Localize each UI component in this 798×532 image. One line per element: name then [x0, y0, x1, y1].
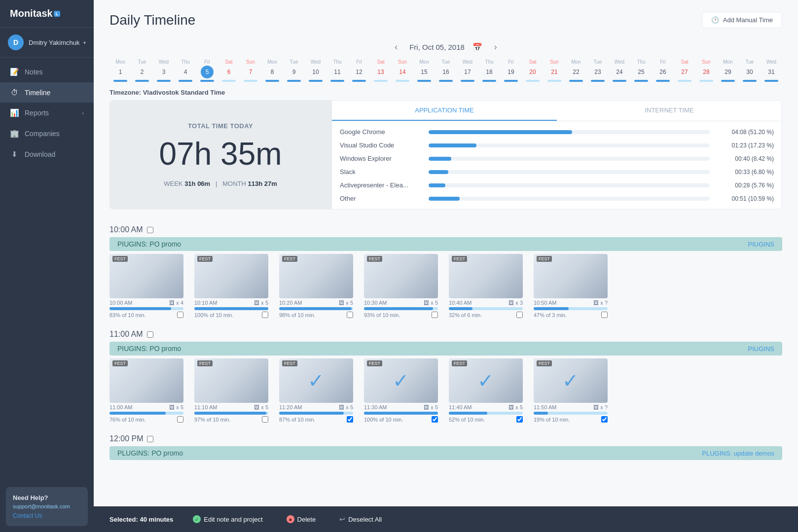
screenshot-thumb[interactable]: FEST ✓ — [534, 358, 608, 403]
timezone-row: Timezone: Vladivostok Standard Time — [94, 89, 798, 100]
cal-day-18[interactable]: Thu 18 — [478, 58, 500, 83]
cal-day-29[interactable]: Mon 29 — [717, 58, 739, 83]
cal-day-27[interactable]: Sat 27 — [674, 58, 695, 83]
cal-day-13[interactable]: Sat 13 — [370, 58, 392, 83]
screenshot-checkbox[interactable] — [177, 416, 183, 423]
cal-day-15[interactable]: Mon 15 — [413, 58, 435, 83]
add-manual-time-button[interactable]: 🕐 Add Manual Time — [702, 12, 782, 28]
cal-day-28[interactable]: Sun 28 — [695, 58, 717, 83]
fest-label: FEST — [112, 256, 128, 262]
screenshot-checkbox[interactable] — [601, 416, 608, 423]
app-tab-0[interactable]: APPLICATION TIME — [332, 101, 557, 121]
screenshot-checkbox[interactable] — [432, 312, 438, 318]
calendar-strip: Mon 1 Tue 2 Wed 3 Thu 4 Fri 5 Sat 6 Sun … — [94, 58, 798, 83]
cal-day-31[interactable]: Wed 31 — [761, 58, 782, 83]
edit-note-button[interactable]: ✓ Edit note and project — [189, 513, 266, 525]
cal-day-1[interactable]: Mon 1 — [109, 58, 131, 83]
cal-day-23[interactable]: Tue 23 — [587, 58, 609, 83]
app-bar-fill — [429, 170, 448, 174]
cal-day-25[interactable]: Thu 25 — [630, 58, 652, 83]
screenshot-checkbox[interactable] — [347, 312, 353, 318]
cal-day-19[interactable]: Fri 19 — [500, 58, 522, 83]
sidebar-item-reports[interactable]: 📊 Reports › — [0, 103, 94, 123]
app-time-pct: 00:28 (5.76 %) — [715, 182, 774, 189]
cal-day-3[interactable]: Wed 3 — [153, 58, 175, 83]
cal-day-8[interactable]: Mon 8 — [261, 58, 283, 83]
deselect-all-button[interactable]: ↩ Deselect All — [335, 513, 386, 525]
screenshot-bar-fill — [194, 307, 268, 310]
cal-day-26[interactable]: Fri 26 — [652, 58, 674, 83]
screenshot-thumb[interactable]: FEST ✓ — [364, 358, 438, 403]
next-date-button[interactable]: › — [490, 40, 501, 54]
screenshot-checkbox[interactable] — [177, 312, 183, 318]
cal-day-17[interactable]: Wed 17 — [457, 58, 478, 83]
screenshot-thumb[interactable]: FEST — [364, 254, 438, 298]
cal-day-24[interactable]: Wed 24 — [609, 58, 630, 83]
screenshot-meta: 10:10 AM 🖼 x 5 — [194, 300, 268, 306]
logo: Monitask L — [0, 0, 94, 28]
selected-label: Selected: 40 minutes — [109, 516, 173, 523]
sidebar-item-download[interactable]: ⬇ Download — [0, 144, 94, 165]
cal-day-22[interactable]: Mon 22 — [565, 58, 587, 83]
screenshot-thumb[interactable]: FEST — [534, 254, 608, 298]
screenshot-checkbox[interactable] — [516, 416, 523, 423]
screenshot-thumb[interactable]: FEST — [109, 254, 183, 298]
cal-day-20[interactable]: Sat 20 — [522, 58, 544, 83]
cal-day-16[interactable]: Tue 16 — [435, 58, 457, 83]
cal-day-30[interactable]: Tue 30 — [739, 58, 761, 83]
project-link[interactable]: PIUGINS — [748, 345, 774, 353]
cal-day-12[interactable]: Fri 12 — [348, 58, 370, 83]
cal-day-14[interactable]: Sun 14 — [392, 58, 413, 83]
screenshot-meta: 10:00 AM 🖼 x 4 — [109, 300, 183, 306]
sidebar-item-notes[interactable]: 📝 Notes — [0, 62, 94, 82]
sidebar-item-timeline[interactable]: ⏱ Timeline — [0, 82, 94, 103]
fest-label: FEST — [197, 360, 213, 366]
cal-day-6[interactable]: Sat 6 — [218, 58, 240, 83]
screenshot-pct: 87% of 10 min. — [279, 416, 353, 423]
app-tab-1[interactable]: INTERNET TIME — [557, 101, 782, 121]
delete-button[interactable]: ■ Delete — [283, 513, 320, 525]
sidebar: Monitask L D Dmitry Yakimchuk ▾ 📝 Notes … — [0, 0, 94, 532]
section-checkbox[interactable] — [147, 227, 153, 233]
screenshot-checkbox[interactable] — [432, 416, 438, 423]
screenshot-thumb[interactable]: FEST — [279, 254, 353, 298]
screenshot-thumb[interactable]: FEST ✓ — [279, 358, 353, 403]
page-title: Daily Timeline — [109, 12, 195, 28]
screenshot-meta: 11:00 AM 🖼 x 5 — [109, 404, 183, 410]
cal-day-2[interactable]: Tue 2 — [131, 58, 153, 83]
cal-day-4[interactable]: Thu 4 — [175, 58, 196, 83]
project-link[interactable]: PIUGINS — [748, 241, 774, 248]
cal-day-11[interactable]: Thu 11 — [326, 58, 348, 83]
section-checkbox[interactable] — [147, 436, 153, 442]
cal-day-21[interactable]: Sun 21 — [544, 58, 565, 83]
cal-day-10[interactable]: Wed 10 — [305, 58, 326, 83]
pct-label: 76% of 10 min. — [109, 417, 145, 423]
fest-label: FEST — [282, 256, 297, 262]
screenshot-checkbox[interactable] — [516, 312, 523, 318]
app-name: Windows Explorer — [340, 155, 424, 162]
app-time-tabs: APPLICATION TIMEINTERNET TIME — [332, 101, 782, 121]
calendar-icon[interactable]: 📅 — [472, 42, 482, 52]
cal-day-5[interactable]: Fri 5 — [196, 58, 218, 83]
screenshot-checkbox[interactable] — [262, 312, 268, 318]
screenshot-thumb[interactable]: FEST — [109, 358, 183, 403]
screenshot-thumb[interactable]: FEST ✓ — [449, 358, 523, 403]
screenshot-checkbox[interactable] — [601, 312, 608, 318]
section-checkbox[interactable] — [147, 331, 153, 338]
cal-day-7[interactable]: Sun 7 — [240, 58, 261, 83]
screenshot-thumb[interactable]: FEST — [194, 254, 268, 298]
cal-day-9[interactable]: Tue 9 — [283, 58, 305, 83]
project-name: PLUGINS: PO promo — [117, 449, 183, 457]
project-link[interactable]: PLUGINS: update demos — [702, 450, 774, 457]
prev-date-button[interactable]: ‹ — [391, 40, 401, 54]
user-profile[interactable]: D Dmitry Yakimchuk ▾ — [0, 28, 94, 58]
contact-us-link[interactable]: Contact Us — [13, 512, 81, 519]
screenshot-checkbox[interactable] — [347, 416, 353, 423]
sidebar-item-companies[interactable]: 🏢 Companies — [0, 123, 94, 144]
screenshot-checkbox[interactable] — [262, 416, 268, 423]
screenshot-count: 🖼 x 5 — [508, 404, 523, 410]
help-email: support@monitask.com — [13, 503, 81, 509]
screenshot-thumb[interactable]: FEST — [449, 254, 523, 298]
screenshot-bar-fill — [279, 412, 344, 415]
screenshot-thumb[interactable]: FEST — [194, 358, 268, 403]
